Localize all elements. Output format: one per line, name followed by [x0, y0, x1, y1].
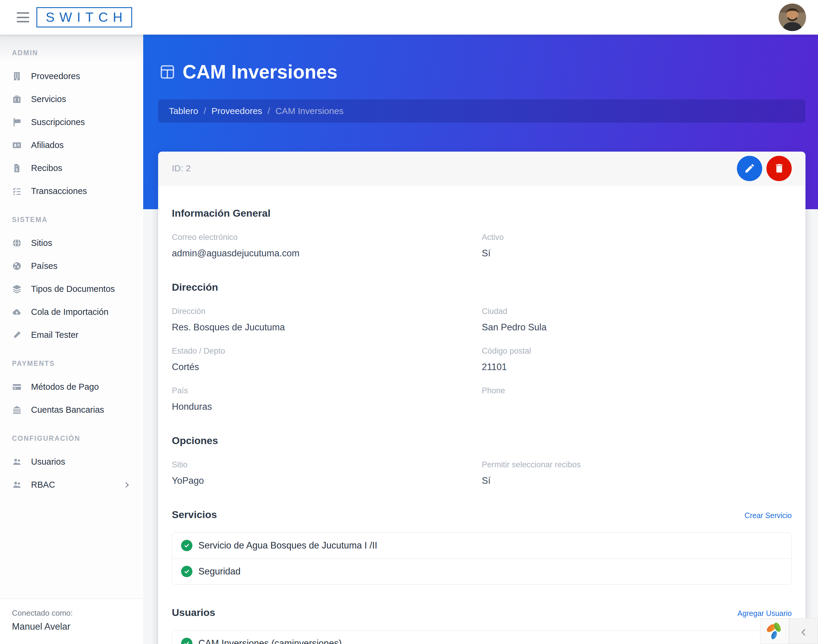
sidebar-item-label: Transacciones: [31, 186, 87, 196]
connected-user-name: Manuel Avelar: [12, 621, 143, 632]
section-usuarios: Usuarios Agregar Usuario CAM Inversiones…: [172, 607, 792, 644]
sidebar-item-servicios[interactable]: Servicios: [0, 88, 143, 111]
avatar-photo: [779, 3, 806, 31]
delete-button[interactable]: [766, 156, 792, 181]
sidebar-item-afiliados[interactable]: Afiliados: [0, 134, 143, 157]
sidebar-item-label: Tipos de Documentos: [31, 284, 115, 294]
field-value: Sí: [482, 475, 780, 487]
sidebar-item-email-tester[interactable]: Email Tester: [0, 324, 143, 347]
sidebar-nav: ADMIN Proveedores Servicios: [0, 49, 143, 496]
field-label: Dirección: [172, 307, 470, 316]
field-label: Correo electrónico: [172, 233, 470, 242]
table-icon: [159, 64, 175, 80]
breadcrumb-tablero[interactable]: Tablero: [169, 106, 198, 116]
field-estado-depto: Estado / Depto Cortés: [172, 347, 482, 373]
sidebar-item-rbac[interactable]: RBAC: [0, 473, 143, 496]
main-content: CAM Inversiones Tablero / Proveedores / …: [143, 35, 818, 644]
widget-collapse-button[interactable]: ‹: [789, 618, 818, 644]
field-label: País: [172, 386, 470, 396]
user-avatar[interactable]: [779, 3, 806, 31]
field-permitir-seleccionar-recibos: Permitir seleccionar recibos Sí: [482, 460, 792, 487]
sidebar-item-proveedores[interactable]: Proveedores: [0, 65, 143, 88]
field-value: [482, 402, 780, 413]
field-ciudad: Ciudad San Pedro Sula: [482, 307, 792, 333]
service-list-item[interactable]: Servicio de Agua Bosques de Jucutuma I /…: [172, 533, 792, 558]
service-list-item[interactable]: Seguridad: [172, 558, 792, 584]
sidebar-item-sitios[interactable]: Sitios: [0, 232, 143, 255]
connected-as-label: Conectado como:: [12, 609, 143, 618]
bank-icon: [12, 405, 25, 415]
section-direccion: Dirección Dirección Res. Bosques de Jucu…: [172, 281, 792, 413]
breadcrumb-proveedores[interactable]: Proveedores: [211, 106, 262, 116]
provider-detail-card: ID: 2 Información General Correo electr: [158, 152, 806, 644]
id-card-icon: [12, 140, 25, 150]
sidebar-item-label: Usuarios: [31, 457, 65, 467]
agregar-usuario-link[interactable]: Agregar Usuario: [737, 609, 792, 618]
check-circle-icon: [181, 638, 192, 644]
field-label: Estado / Depto: [172, 347, 470, 356]
sidebar-item-label: Proveedores: [31, 71, 80, 81]
section-label: ADMIN: [12, 49, 143, 57]
hamburger-icon: [17, 17, 29, 18]
services-list: Servicio de Agua Bosques de Jucutuma I /…: [172, 532, 792, 584]
edit-button[interactable]: [737, 156, 762, 181]
sidebar-item-label: RBAC: [31, 480, 55, 490]
chevron-right-icon: [122, 480, 131, 489]
field-direccion: Dirección Res. Bosques de Jucutuma: [172, 307, 482, 333]
breadcrumb-separator: /: [268, 106, 270, 116]
building-icon: [12, 71, 25, 81]
section-opciones: Opciones Sitio YoPago Permitir seleccion…: [172, 435, 792, 487]
breadcrumb-current: CAM Inversiones: [275, 106, 343, 116]
section-title: Usuarios: [172, 607, 215, 618]
yopago-logo-icon: [765, 621, 784, 641]
record-id: ID: 2: [172, 163, 191, 173]
brand-logo[interactable]: SWITCH: [37, 7, 132, 28]
sidebar-item-transacciones[interactable]: Transacciones: [0, 179, 143, 202]
field-label: Activo: [482, 233, 780, 242]
globe-americas-icon: [12, 261, 25, 271]
sidebar-item-label: Cuentas Bancarias: [31, 405, 104, 415]
svg-text:$: $: [15, 168, 18, 172]
sidebar-item-cuentas-bancarias[interactable]: Cuentas Bancarias: [0, 399, 143, 422]
hamburger-menu-button[interactable]: [17, 12, 29, 22]
briefcase-icon: [12, 94, 25, 104]
user-list-item[interactable]: CAM Inversiones (caminversiones): [172, 630, 792, 644]
check-circle-icon: [181, 540, 192, 551]
service-name: Seguridad: [198, 566, 240, 577]
trash-icon: [774, 163, 785, 174]
field-label: Phone: [482, 386, 780, 396]
pencil-icon: [744, 163, 755, 174]
sidebar-item-cola-de-importacion[interactable]: Cola de Importación: [0, 301, 143, 324]
sidebar-item-metodos-de-pago[interactable]: Métodos de Pago: [0, 376, 143, 399]
sidebar-item-recibos[interactable]: $ Recibos: [0, 157, 143, 179]
page-title: CAM Inversiones: [159, 61, 337, 83]
sidebar-item-label: Países: [31, 261, 58, 271]
globe-icon: [12, 238, 25, 248]
nav-group-configuracion: CONFIGURACIÓN Usuarios RBAC: [0, 434, 143, 496]
chevron-left-icon: ‹: [801, 622, 806, 640]
field-label: Código postal: [482, 347, 780, 356]
field-value: YoPago: [172, 475, 470, 487]
corner-widget: ‹: [760, 618, 818, 644]
nav-group-admin: ADMIN Proveedores Servicios: [0, 49, 143, 202]
sidebar-item-tipos-de-documentos[interactable]: Tipos de Documentos: [0, 278, 143, 301]
section-label: PAYMENTS: [12, 360, 143, 368]
page-title-text: CAM Inversiones: [182, 61, 337, 83]
yopago-logo-button[interactable]: [760, 618, 789, 644]
sign-icon: [12, 117, 25, 127]
field-sitio: Sitio YoPago: [172, 460, 482, 487]
sidebar-item-label: Servicios: [31, 94, 66, 104]
hamburger-icon: [17, 12, 29, 14]
sidebar-item-label: Métodos de Pago: [31, 382, 99, 392]
section-general: Información General Correo electrónico a…: [172, 207, 792, 259]
sidebar-item-suscripciones[interactable]: Suscripciones: [0, 111, 143, 134]
service-name: Servicio de Agua Bosques de Jucutuma I /…: [198, 540, 377, 551]
field-value: Res. Bosques de Jucutuma: [172, 322, 470, 333]
sidebar-item-paises[interactable]: Países: [0, 255, 143, 278]
sidebar-item-usuarios[interactable]: Usuarios: [0, 450, 143, 473]
hamburger-icon: [17, 21, 29, 22]
field-activo: Activo Sí: [482, 233, 792, 259]
list-check-icon: [12, 186, 25, 196]
sidebar-item-label: Sitios: [31, 238, 52, 248]
crear-servicio-link[interactable]: Crear Servicio: [744, 511, 792, 520]
